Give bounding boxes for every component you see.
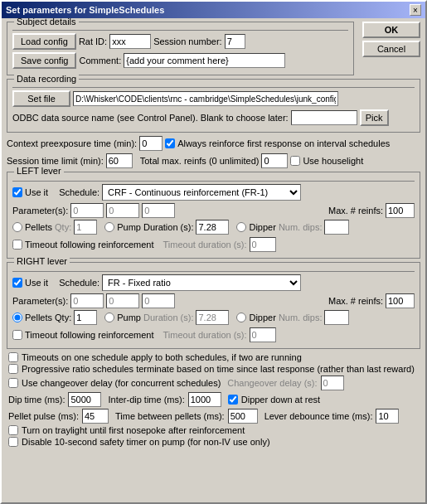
right-params-label: Parameter(s): [12,296,68,306]
between-pellets-input[interactable] [228,409,258,424]
left-timeout-checkbox[interactable] [12,240,22,250]
left-duration-input[interactable] [196,220,229,235]
left-pellets-radio[interactable] [12,222,22,232]
data-recording-group: Data recording Set file ODBC data source… [7,79,420,133]
right-param1[interactable] [70,293,104,308]
always-reinforce-checkbox[interactable] [165,138,175,148]
subject-group: Subject details Load config Rat ID: Sess… [7,22,354,75]
right-use-it-checkbox[interactable] [12,278,22,288]
left-qty-input[interactable] [74,220,97,235]
tray-light-label: Turn on traylight until first nosepoke a… [22,425,245,435]
right-schedule-label: Schedule: [59,278,99,288]
left-pump-radio[interactable] [104,222,114,232]
dip-time-label: Dip time (ms): [8,395,65,405]
left-duration-label: Duration (s): [143,222,194,232]
left-use-it-checkbox[interactable] [12,187,22,197]
left-param3[interactable] [142,203,175,218]
dipper-down-label: Dipper down at rest [241,395,320,405]
close-button[interactable]: × [410,4,421,16]
right-num-dips-input[interactable] [324,310,349,325]
right-max-reins[interactable] [386,293,415,308]
general-options-section: Timeouts on one schedule apply to both s… [7,352,420,447]
left-param1[interactable] [70,203,104,218]
right-num-dips-label: Num. dips: [279,313,323,322]
inter-dip-input[interactable] [188,392,221,407]
right-timeout-checkbox[interactable] [12,330,22,340]
main-window: Set parameters for SimpleSchedules × Sub… [0,0,427,504]
right-pump-radio[interactable] [104,313,114,322]
lever-debounce-label: Lever debounce time (ms): [264,411,373,421]
right-param2[interactable] [106,293,139,308]
changeover-delay-input[interactable] [321,376,344,390]
progressive-label: Progressive ratio schedules terminate ba… [22,364,415,374]
ok-button[interactable]: OK [362,22,420,38]
right-lever-label: RIGHT lever [14,256,70,266]
tray-light-checkbox[interactable] [8,425,18,435]
changeover-label: Use changeover delay (for concurrent sch… [22,378,221,388]
left-dipper-radio[interactable] [236,222,246,232]
odbc-label: ODBC data source name (see Control Panel… [12,113,289,123]
safety-timer-checkbox[interactable] [8,437,18,447]
context-input[interactable] [139,136,163,151]
right-duration-input[interactable] [196,310,229,325]
cancel-button[interactable]: Cancel [362,41,420,57]
session-time-input[interactable] [106,153,133,168]
left-param2[interactable] [106,203,139,218]
right-dipper-radio[interactable] [236,313,246,322]
right-duration-label: Duration (s): [143,313,194,322]
title-bar: Set parameters for SimpleSchedules × [2,2,425,18]
left-qty-label: Qty: [55,222,71,232]
data-recording-label: Data recording [14,74,79,84]
session-settings-row: Session time limit (min): Total max. rei… [7,153,420,168]
right-qty-input[interactable] [74,310,97,325]
left-timeout-dur-input[interactable] [250,237,276,252]
between-pellets-label: Time between pellets (ms): [115,411,225,421]
right-timeout-dur-input[interactable] [250,327,276,342]
left-lever-group: LEFT lever Use it Schedule: CRF - Contin… [7,172,420,259]
changeover-delay-label: Changeover delay (s): [227,378,317,388]
right-param3[interactable] [142,293,175,308]
file-path-input[interactable] [73,91,338,106]
content-area: Subject details Load config Rat ID: Sess… [2,18,425,502]
right-max-reins-label: Max. # reinfs: [328,296,383,306]
left-schedule-select[interactable]: CRF - Continuous reinforcement (FR-1) FR… [102,184,301,201]
safety-timer-label: Disable 10-second safety timer on pump (… [22,437,270,447]
lever-debounce-input[interactable] [376,409,399,424]
changeover-checkbox[interactable] [8,378,18,388]
session-input[interactable] [225,34,245,49]
comment-input[interactable] [124,53,285,68]
rat-id-input[interactable] [109,34,151,49]
pellet-pulse-input[interactable] [82,409,109,424]
context-label: Context preexposure time (min): [7,138,137,148]
right-pump-label: Pump [117,313,141,322]
left-schedule-label: Schedule: [59,187,99,197]
save-config-button[interactable]: Save config [12,52,76,69]
timeouts-checkbox[interactable] [8,352,18,362]
right-schedule-select[interactable]: CRF - Continuous reinforcement (FR-1) FR… [102,274,301,291]
dipper-down-checkbox[interactable] [228,395,238,405]
rat-id-label: Rat ID: [79,36,107,46]
left-num-dips-input[interactable] [324,220,349,235]
right-lever-group: RIGHT lever Use it Schedule: CRF - Conti… [7,262,420,349]
use-houselight-checkbox[interactable] [290,156,300,166]
load-config-button[interactable]: Load config [12,33,76,50]
pellet-pulse-label: Pellet pulse (ms): [8,411,79,421]
right-pellets-radio[interactable] [12,313,22,322]
max-reins-input[interactable] [261,153,288,168]
general-settings-row: Context preexposure time (min): Always r… [7,136,420,151]
dip-time-input[interactable] [68,392,101,407]
subject-group-label: Subject details [14,18,79,27]
right-timeout-dur-label: Timeout duration (s): [163,330,247,340]
pick-button[interactable]: Pick [360,109,389,126]
left-lever-inner: Use it Schedule: CRF - Continuous reinfo… [12,181,415,252]
left-params-label: Parameter(s): [12,206,68,216]
left-max-reins[interactable] [386,203,415,218]
right-dipper-label: Dipper [249,313,275,322]
always-reinforce-label: Always reinforce first response on inter… [177,138,390,148]
right-lever-inner: Use it Schedule: CRF - Continuous reinfo… [12,271,415,342]
progressive-checkbox[interactable] [8,364,18,374]
comment-label: Comment: [79,56,121,65]
use-houselight-label: Use houselight [303,156,363,166]
odbc-input[interactable] [291,110,357,125]
set-file-button[interactable]: Set file [12,90,70,107]
